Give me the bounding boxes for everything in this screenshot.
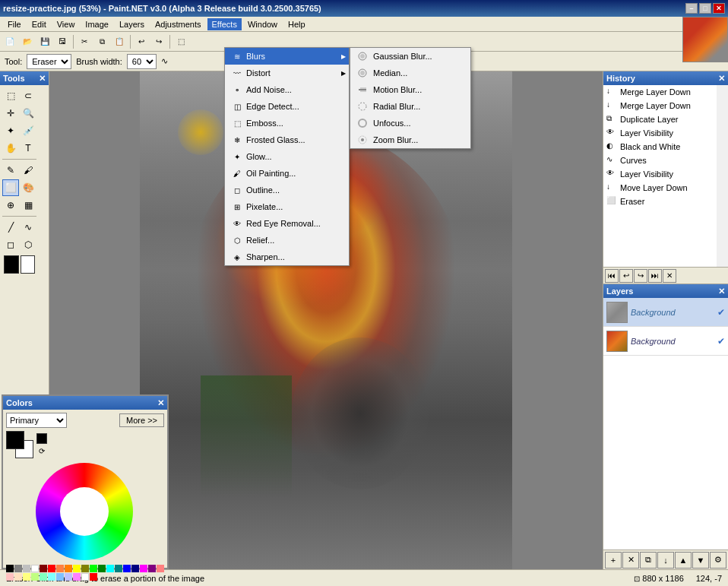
color-wheel[interactable] [36,463,133,560]
menu-view[interactable]: View [52,18,80,30]
palette-swatch[interactable] [81,565,89,572]
redo-button[interactable]: ↪ [150,33,167,50]
swap-colors-btn[interactable] [36,433,47,444]
palette-swatch[interactable] [98,565,106,572]
palette-swatch[interactable] [40,565,47,572]
effects-menu-relief[interactable]: ⬡ Relief... [225,232,349,249]
tool-eyedropper[interactable]: 💉 [20,122,36,139]
palette-swatch[interactable] [40,573,47,581]
blur-unfocus[interactable]: Unfocus... [350,115,470,131]
tool-stamp[interactable]: ⊕ [2,197,19,214]
palette-swatch[interactable] [140,565,147,572]
palette-swatch[interactable] [90,565,97,572]
tool-magic-wand[interactable]: ✦ [2,122,19,139]
layers-add-btn[interactable]: + [605,552,622,569]
layers-duplicate-btn[interactable]: ⧉ [640,552,657,569]
effects-menu-sharpen[interactable]: ◈ Sharpen... [225,249,349,265]
tool-paintbrush[interactable]: 🖌 [20,162,36,179]
menu-effects[interactable]: Effects [207,18,242,30]
tool-eraser[interactable]: ⬜ [2,179,19,196]
menu-help[interactable]: Help [283,18,310,30]
effects-menu-edge-detect[interactable]: ◫ Edge Detect... [225,98,349,115]
palette-swatch[interactable] [6,573,14,581]
palette-swatch[interactable] [123,565,131,572]
maximize-button[interactable]: □ [699,3,711,14]
open-button[interactable]: 📂 [19,33,36,50]
layers-move-down-btn[interactable]: ▼ [692,552,709,569]
primary-color-swatch[interactable] [6,431,24,449]
tool-rectangle-select[interactable]: ⬚ [2,87,19,104]
palette-swatch[interactable] [148,565,156,572]
history-redo-btn[interactable]: ↪ [634,269,647,283]
save-as-button[interactable]: 🖫 [54,33,71,50]
palette-swatch[interactable] [73,573,81,581]
history-item[interactable]: ↓ Move Layer Down [603,181,717,195]
history-last-btn[interactable]: ⏭ [648,269,662,283]
palette-swatch[interactable] [23,573,30,581]
blur-zoom[interactable]: Zoom Blur... [350,131,470,148]
primary-secondary-select[interactable]: Primary Secondary [6,413,67,428]
effects-menu-glow[interactable]: ✦ Glow... [225,148,349,165]
palette-swatch[interactable] [90,573,97,581]
tool-text[interactable]: T [20,140,36,157]
layers-merge-btn[interactable]: ↓ [657,552,674,569]
reset-colors-btn[interactable]: ⟳ [36,445,47,456]
palette-swatch[interactable] [56,573,64,581]
tool-shapes[interactable]: ◻ [2,236,19,253]
palette-swatch[interactable] [106,565,114,572]
history-item[interactable]: ↓ Merge Layer Down [603,85,717,99]
palette-swatch[interactable] [14,573,22,581]
tool-zoom[interactable]: 🔍 [20,105,36,122]
color-wheel-container[interactable] [36,463,135,562]
palette-swatch[interactable] [81,573,89,581]
tool-recolor[interactable]: 🎨 [20,179,36,196]
effects-menu-pixelate[interactable]: ⊞ Pixelate... [225,198,349,215]
undo-button[interactable]: ↩ [133,33,150,50]
tool-pencil[interactable]: ✎ [2,162,19,179]
layer-item[interactable]: Background ✔ [603,298,728,327]
background-color[interactable] [21,255,36,274]
tools-close[interactable]: ✕ [39,74,46,84]
layer-visibility-check[interactable]: ✔ [717,307,725,318]
history-clear-btn[interactable]: ✕ [663,269,676,283]
blur-motion[interactable]: Motion Blur... [350,81,470,98]
tool-gradient[interactable]: ▦ [20,197,36,214]
menu-layers[interactable]: Layers [115,18,149,30]
colors-close[interactable]: ✕ [157,398,164,408]
tool-line[interactable]: ╱ [2,219,19,236]
palette-swatch[interactable] [31,565,39,572]
palette-swatch[interactable] [65,565,72,572]
palette-swatch[interactable] [31,573,39,581]
layers-move-up-btn[interactable]: ▲ [675,552,692,569]
blur-median[interactable]: Median... [350,65,470,81]
layers-close[interactable]: ✕ [718,287,725,296]
menu-adjustments[interactable]: Adjustments [150,18,206,30]
menu-window[interactable]: Window [243,18,282,30]
tool-curve[interactable]: ∿ [20,219,36,236]
layer-item[interactable]: Background ✔ [603,327,728,356]
palette-swatch[interactable] [131,565,139,572]
minimize-button[interactable]: – [685,3,698,14]
history-item[interactable]: ↓ Merge Layer Down [603,99,717,112]
close-button[interactable]: ✕ [713,3,725,14]
history-item[interactable]: ⬜ Eraser [603,195,717,208]
paste-button[interactable]: 📋 [111,33,128,50]
menu-file[interactable]: File [3,18,26,30]
palette-swatch[interactable] [14,565,22,572]
effects-menu-frosted-glass[interactable]: ❄ Frosted Glass... [225,131,349,148]
tool-freeform[interactable]: ⬡ [20,236,36,253]
history-item[interactable]: 👁 Layer Visibility [603,126,717,140]
layer-visibility-check[interactable]: ✔ [717,336,725,347]
menu-edit[interactable]: Edit [27,18,51,30]
layers-properties-btn[interactable]: ⚙ [710,552,726,569]
palette-swatch[interactable] [73,565,81,572]
effects-menu-emboss[interactable]: ⬚ Emboss... [225,115,349,131]
history-close[interactable]: ✕ [718,74,725,84]
effects-menu-blurs[interactable]: ≋ Blurs ▶ [225,48,349,65]
palette-swatch[interactable] [56,565,64,572]
palette-swatch[interactable] [115,565,122,572]
history-item[interactable]: ⧉ Duplicate Layer [603,112,717,126]
palette-swatch[interactable] [6,565,14,572]
palette-swatch[interactable] [65,573,72,581]
history-item[interactable]: ◐ Black and White [603,140,717,154]
